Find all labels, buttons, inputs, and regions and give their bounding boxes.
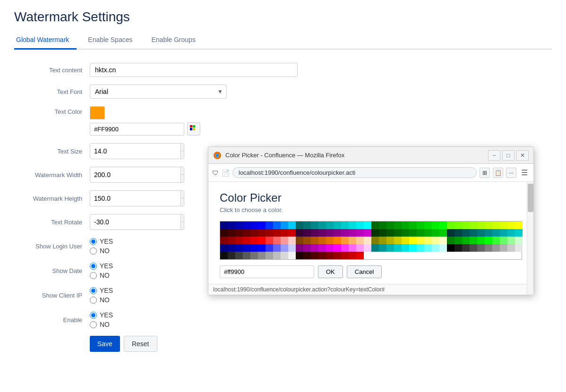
color-cell[interactable] <box>386 244 394 252</box>
color-cell[interactable] <box>409 244 417 252</box>
color-cell[interactable] <box>288 244 296 252</box>
color-cell[interactable] <box>447 229 455 237</box>
color-cell[interactable] <box>364 244 371 252</box>
color-cell[interactable] <box>432 244 439 252</box>
color-cell[interactable] <box>288 229 296 237</box>
color-cell[interactable] <box>364 222 371 229</box>
color-cell[interactable] <box>424 244 432 252</box>
color-cell[interactable] <box>470 237 477 244</box>
color-cell[interactable] <box>235 229 243 237</box>
color-cell[interactable] <box>326 237 334 244</box>
color-cell[interactable] <box>311 252 318 259</box>
color-cell[interactable] <box>220 252 228 259</box>
enable-no-radio[interactable] <box>90 321 97 328</box>
color-cell[interactable] <box>243 222 250 229</box>
color-cell[interactable] <box>281 252 288 259</box>
text-font-select[interactable]: Arial Times New Roman Helvetica Courier … <box>90 85 227 99</box>
color-cell[interactable] <box>250 237 258 244</box>
color-cell[interactable] <box>402 244 409 252</box>
color-cell[interactable] <box>409 229 417 237</box>
text-size-decrement[interactable]: ▼ <box>181 151 184 159</box>
color-cell[interactable] <box>417 222 424 229</box>
color-cell[interactable] <box>409 222 417 229</box>
color-cell[interactable] <box>470 229 477 237</box>
color-cell[interactable] <box>266 222 273 229</box>
color-cell[interactable] <box>303 222 311 229</box>
color-cell[interactable] <box>341 237 349 244</box>
hamburger-menu-icon[interactable]: ☰ <box>519 168 530 177</box>
color-cell[interactable] <box>273 244 281 252</box>
color-cell[interactable] <box>311 244 318 252</box>
color-cell[interactable] <box>281 229 288 237</box>
color-cell[interactable] <box>250 252 258 259</box>
color-cell[interactable] <box>462 244 470 252</box>
enable-no-option[interactable]: NO <box>90 321 298 328</box>
color-cell[interactable] <box>318 222 326 229</box>
color-cell[interactable] <box>220 237 228 244</box>
color-cell[interactable] <box>447 222 455 229</box>
color-cell[interactable] <box>334 244 341 252</box>
color-cell[interactable] <box>417 244 424 252</box>
show-date-no-radio[interactable] <box>90 272 97 279</box>
color-cell[interactable] <box>281 237 288 244</box>
popup-ok-button[interactable]: OK <box>318 265 343 278</box>
enable-yes-radio[interactable] <box>90 312 97 319</box>
color-cell[interactable] <box>394 229 402 237</box>
color-cell[interactable] <box>515 237 523 244</box>
popup-hex-input[interactable] <box>220 265 314 278</box>
color-cell[interactable] <box>477 244 485 252</box>
popup-restore-button[interactable]: □ <box>502 150 515 161</box>
color-cell[interactable] <box>500 237 507 244</box>
color-cell[interactable] <box>455 244 462 252</box>
color-cell[interactable] <box>462 229 470 237</box>
text-rotate-increment[interactable]: ▲ <box>181 214 184 222</box>
color-cell[interactable] <box>455 237 462 244</box>
color-cell[interactable] <box>288 252 296 259</box>
color-cell[interactable] <box>402 229 409 237</box>
tab-global-watermark[interactable]: Global Watermark <box>14 32 77 50</box>
color-cell[interactable] <box>318 252 326 259</box>
color-cell[interactable] <box>334 237 341 244</box>
watermark-width-increment[interactable]: ▲ <box>181 167 184 175</box>
text-content-input[interactable] <box>90 63 298 77</box>
color-cell[interactable] <box>409 237 417 244</box>
color-cell[interactable] <box>462 222 470 229</box>
ext-icon-2[interactable]: 📋 <box>493 168 503 178</box>
color-cell[interactable] <box>379 229 386 237</box>
color-cell[interactable] <box>258 229 266 237</box>
color-cell[interactable] <box>424 237 432 244</box>
text-size-increment[interactable]: ▲ <box>181 144 184 151</box>
color-cell[interactable] <box>432 237 439 244</box>
color-cell[interactable] <box>439 244 447 252</box>
show-client-ip-yes-radio[interactable] <box>90 287 97 294</box>
show-login-user-no-radio[interactable] <box>90 247 97 255</box>
enable-yes-option[interactable]: YES <box>90 311 298 319</box>
color-cell[interactable] <box>515 244 523 252</box>
color-cell[interactable] <box>394 222 402 229</box>
color-cell[interactable] <box>266 237 273 244</box>
color-swatch[interactable] <box>90 106 105 119</box>
color-cell[interactable] <box>250 222 258 229</box>
color-cell[interactable] <box>220 222 228 229</box>
popup-scrollbar[interactable] <box>527 182 533 295</box>
color-cell[interactable] <box>318 229 326 237</box>
watermark-height-increment[interactable]: ▲ <box>181 191 184 198</box>
color-cell[interactable] <box>386 229 394 237</box>
color-cell[interactable] <box>492 237 500 244</box>
color-cell[interactable] <box>349 244 356 252</box>
color-cell[interactable] <box>477 229 485 237</box>
color-cell[interactable] <box>470 244 477 252</box>
color-cell[interactable] <box>349 222 356 229</box>
open-color-picker-button[interactable] <box>187 122 200 136</box>
color-cell[interactable] <box>266 252 273 259</box>
color-cell[interactable] <box>356 222 364 229</box>
color-cell[interactable] <box>273 229 281 237</box>
color-cell[interactable] <box>371 229 379 237</box>
color-cell[interactable] <box>371 222 379 229</box>
ext-icon-1[interactable]: ⊞ <box>480 168 490 178</box>
watermark-height-input[interactable] <box>90 192 180 205</box>
color-cell[interactable] <box>364 252 371 259</box>
color-cell[interactable] <box>364 237 371 244</box>
color-cell[interactable] <box>402 237 409 244</box>
color-hex-input[interactable] <box>90 123 184 136</box>
